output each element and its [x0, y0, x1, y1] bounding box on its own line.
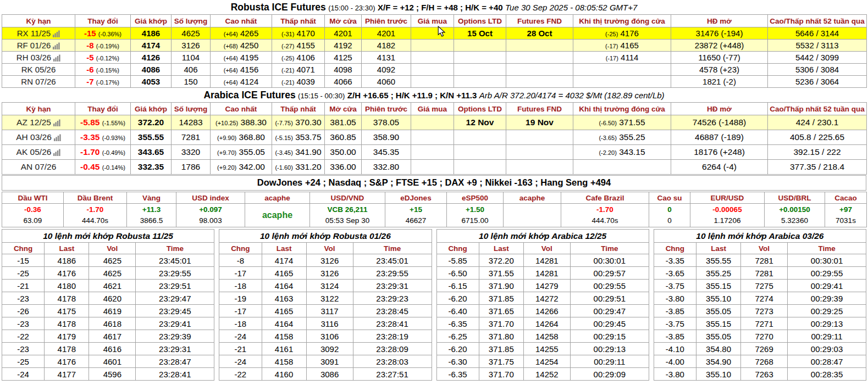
order-row: -4.00 354.90 7268 00:28:47 [654, 355, 866, 368]
order-row: -3.80 355.10 7274 00:29:39 [654, 292, 866, 305]
open-interest-cell: 18176 (+248) [671, 145, 768, 160]
chng-cell: -6.30 [436, 355, 479, 368]
low-value: 353.75 [295, 132, 321, 142]
order-header-row: ChngLastVolTime [654, 243, 866, 254]
chng-cell: -18 [219, 280, 262, 292]
market-change: -0.00065 [691, 204, 764, 215]
last-cell: 371.85 [479, 343, 523, 355]
chng-cell: -6.15 [436, 280, 479, 292]
market-change: -0.36 [3, 204, 63, 215]
open-cell: 336.00 [325, 160, 362, 175]
week52-high-low-cell: 5442 / 3099 [768, 52, 867, 64]
chng-cell: -6.50 [436, 267, 479, 280]
market-cell: 0 0 [649, 204, 690, 227]
time-cell: 00:29:13 [788, 317, 866, 330]
week52-high-low-cell: 5306 / 3084 [768, 64, 867, 76]
order-row: -18 4164 3116 23:28:41 [219, 317, 432, 330]
chng-cell: -17 [219, 267, 262, 280]
market-column-header: USD/VND [310, 192, 385, 204]
order-row: -25 4176 4625 23:29:55 [2, 267, 214, 280]
chart-icon[interactable] [53, 149, 60, 156]
order-row: -4.10 354.80 7269 00:29:03 [654, 343, 866, 355]
options-ltd-cell [454, 130, 506, 145]
market-change: +15 [386, 204, 446, 215]
chng-cell: -23 [2, 292, 45, 305]
time-cell: 00:29:47 [570, 305, 649, 317]
last-cell: 355.15 [696, 280, 741, 292]
last-cell: 371.80 [479, 330, 523, 343]
vol-cell: 7268 [741, 355, 788, 368]
contract-label: RH 03/26 [16, 53, 51, 62]
vol-cell: 4596 [89, 368, 136, 381]
chng-cell: -26 [2, 305, 45, 317]
close-cell [573, 76, 671, 88]
low-cell: (-5.15) 353.75 [272, 130, 325, 145]
chng-cell: -3.35 [654, 254, 696, 267]
futures-row: AH 03/26 -3.35 (-0.93%) 355.55 7281 (+9.… [2, 130, 867, 145]
world-indices-bar: DowJones +24 ; Nasdaq ; S&P ; FTSE +15 ;… [2, 175, 866, 191]
column-header: Kỳ hạn [2, 15, 75, 27]
contract-label: RF 01/26 [17, 41, 51, 50]
time-cell: 00:29:25 [788, 305, 866, 317]
column-header: Futures FND [506, 15, 573, 27]
order-column-header: Time [136, 243, 214, 254]
change-cell: -7 (-0.17%) [75, 76, 131, 88]
low-value: 331.20 [295, 162, 321, 171]
order-row: -6.20 371.85 14255 00:29:13 [436, 343, 649, 355]
volume-cell: 406 [172, 64, 211, 76]
chart-icon[interactable] [53, 119, 60, 126]
column-header: HĐ mở [671, 103, 768, 115]
chng-cell: -23 [2, 317, 45, 330]
close-value: 355.25 [619, 132, 645, 142]
column-header: Khi thị trường đóng cửa [573, 15, 671, 27]
chng-cell: -6.40 [436, 305, 479, 317]
volume-cell: 3320 [172, 145, 211, 160]
chart-icon[interactable] [54, 134, 61, 141]
close-delta: (-25) [605, 31, 618, 37]
order-table-robusta-01-26: 10 lệnh mới khớp Robusta 01/26 ChngLastV… [219, 229, 432, 381]
order-row: -22 4179 4617 23:29:39 [2, 330, 214, 343]
volume-cell: 14283 [172, 115, 211, 130]
low-delta: (-7.75) [275, 120, 292, 126]
last-cell: 4164 [262, 280, 306, 292]
high-cell: (+10.25) 388.30 [211, 115, 272, 130]
order-row: -23 4178 4620 23:29:47 [2, 292, 214, 305]
volume-cell: 7281 [172, 130, 211, 145]
chart-icon[interactable] [53, 30, 60, 37]
chng-cell: -3.75 [654, 317, 696, 330]
change-value: -7 [86, 77, 93, 86]
last-price-cell: 372.20 [131, 115, 172, 130]
vol-cell: 14279 [523, 280, 570, 292]
low-delta: (-25) [281, 55, 294, 62]
order-row: -23 4178 4616 23:29:31 [2, 343, 214, 355]
vol-cell: 7281 [741, 267, 788, 280]
open-cell: 381.05 [325, 115, 362, 130]
market-cell: +11.3 3866.5 [127, 204, 176, 227]
column-header: Thấp nhất [272, 103, 325, 115]
chng-cell: -6.25 [436, 330, 479, 343]
last-price-cell: 4053 [131, 76, 172, 88]
last-cell: 4160 [262, 368, 306, 381]
week52-high-low-cell: 392.15 / 222 [768, 145, 867, 160]
chart-icon[interactable] [53, 42, 60, 49]
close-delta: (-17) [605, 43, 618, 49]
chart-icon[interactable] [53, 54, 60, 62]
low-cell: (-21) 4039 [272, 76, 325, 88]
change-percent: (-0.49%) [102, 149, 125, 156]
column-header: Kỳ hạn [2, 103, 75, 115]
change-value: -1.70 [80, 147, 99, 157]
order-column-header: Time [570, 243, 649, 254]
prev-session-cell: 378.05 [362, 115, 411, 130]
order-row: -22 4160 3086 23:27:51 [219, 368, 432, 381]
contract-cell: AH 03/26 [2, 130, 75, 145]
market-column-header: Cacao [825, 192, 867, 204]
low-delta: (-21) [281, 79, 294, 86]
robusta-futures-table: Kỳ hạnThay đổiGiá khớpSố lượngCao nhấtTh… [2, 14, 867, 88]
low-delta: (-27) [281, 43, 294, 49]
column-header: Giá khớp [131, 15, 172, 27]
column-header: Số lượng [172, 15, 211, 27]
chng-cell: -4.10 [654, 343, 696, 355]
week52-high-low-cell: 405.8 / 225.65 [768, 130, 867, 145]
high-value: 4265 [240, 29, 258, 38]
high-delta: (+9.70) [217, 149, 236, 156]
